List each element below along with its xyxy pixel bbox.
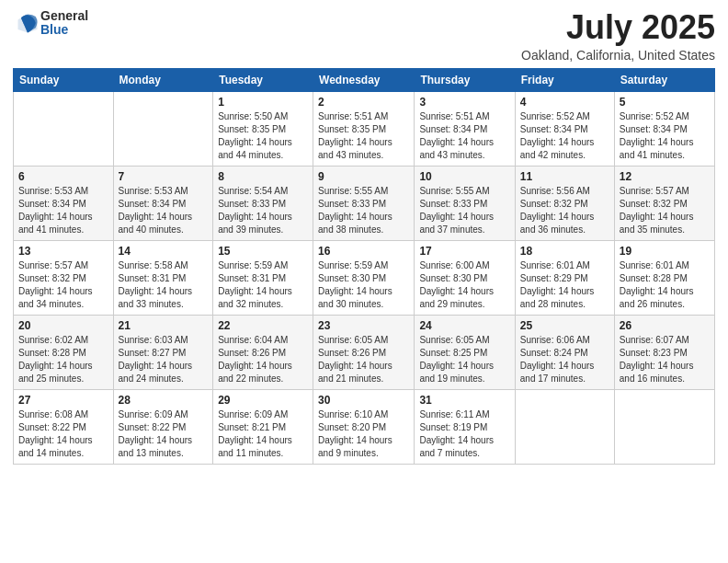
day-info: Sunrise: 6:06 AM Sunset: 8:24 PM Dayligh…: [520, 334, 609, 385]
day-number: 8: [218, 170, 308, 183]
day-number: 3: [419, 96, 509, 109]
calendar-day-cell: 25Sunrise: 6:06 AM Sunset: 8:24 PM Dayli…: [515, 315, 614, 389]
day-number: 31: [419, 394, 509, 407]
title-month: July 2025: [521, 9, 715, 46]
day-info: Sunrise: 5:59 AM Sunset: 8:31 PM Dayligh…: [218, 259, 308, 311]
day-number: 30: [318, 394, 409, 407]
calendar-day-cell: 28Sunrise: 6:09 AM Sunset: 8:22 PM Dayli…: [113, 389, 213, 464]
calendar-week-row: 27Sunrise: 6:08 AM Sunset: 8:22 PM Dayli…: [14, 389, 715, 464]
day-info: Sunrise: 6:08 AM Sunset: 8:22 PM Dayligh…: [18, 408, 108, 460]
calendar-day-cell: 6Sunrise: 5:53 AM Sunset: 8:34 PM Daylig…: [14, 166, 114, 240]
day-number: 21: [119, 319, 209, 332]
calendar-day-cell: 22Sunrise: 6:04 AM Sunset: 8:26 PM Dayli…: [213, 315, 313, 389]
day-info: Sunrise: 5:51 AM Sunset: 8:35 PM Dayligh…: [318, 110, 409, 162]
logo-blue: Blue: [40, 23, 88, 37]
calendar-day-cell: 5Sunrise: 5:52 AM Sunset: 8:34 PM Daylig…: [614, 91, 714, 166]
day-info: Sunrise: 6:07 AM Sunset: 8:23 PM Dayligh…: [620, 334, 710, 385]
weekday-header: Tuesday: [213, 68, 313, 91]
calendar-day-cell: 13Sunrise: 5:57 AM Sunset: 8:32 PM Dayli…: [14, 240, 114, 315]
calendar-day-cell: 18Sunrise: 6:01 AM Sunset: 8:29 PM Dayli…: [515, 240, 614, 315]
day-number: 22: [218, 319, 308, 332]
day-info: Sunrise: 5:54 AM Sunset: 8:33 PM Dayligh…: [218, 185, 308, 236]
day-number: 1: [218, 96, 308, 109]
day-info: Sunrise: 5:52 AM Sunset: 8:34 PM Dayligh…: [620, 110, 710, 162]
day-number: 29: [218, 394, 308, 407]
day-info: Sunrise: 6:04 AM Sunset: 8:26 PM Dayligh…: [218, 334, 308, 385]
weekday-header: Thursday: [415, 68, 515, 91]
day-info: Sunrise: 5:50 AM Sunset: 8:35 PM Dayligh…: [218, 110, 308, 162]
day-number: 14: [119, 245, 209, 258]
page: General Blue July 2025 Oakland, Californ…: [0, 0, 728, 563]
day-info: Sunrise: 5:55 AM Sunset: 8:33 PM Dayligh…: [318, 185, 409, 236]
calendar-day-cell: 4Sunrise: 5:52 AM Sunset: 8:34 PM Daylig…: [515, 91, 614, 166]
title-location: Oakland, California, United States: [521, 48, 715, 63]
day-number: 11: [520, 170, 609, 183]
day-number: 16: [318, 245, 409, 258]
calendar-day-cell: 21Sunrise: 6:03 AM Sunset: 8:27 PM Dayli…: [113, 315, 213, 389]
calendar: SundayMondayTuesdayWednesdayThursdayFrid…: [13, 68, 715, 465]
calendar-week-row: 1Sunrise: 5:50 AM Sunset: 8:35 PM Daylig…: [14, 91, 715, 166]
weekday-header: Sunday: [14, 68, 114, 91]
day-number: 23: [318, 319, 409, 332]
calendar-day-cell: 3Sunrise: 5:51 AM Sunset: 8:34 PM Daylig…: [415, 91, 515, 166]
weekday-header: Monday: [113, 68, 213, 91]
calendar-day-cell: 16Sunrise: 5:59 AM Sunset: 8:30 PM Dayli…: [313, 240, 415, 315]
calendar-day-cell: 31Sunrise: 6:11 AM Sunset: 8:19 PM Dayli…: [415, 389, 515, 464]
day-number: 4: [520, 96, 609, 109]
calendar-week-row: 13Sunrise: 5:57 AM Sunset: 8:32 PM Dayli…: [14, 240, 715, 315]
calendar-day-cell: 17Sunrise: 6:00 AM Sunset: 8:30 PM Dayli…: [415, 240, 515, 315]
day-number: 6: [18, 170, 108, 183]
day-number: 13: [18, 245, 108, 258]
day-info: Sunrise: 6:01 AM Sunset: 8:29 PM Dayligh…: [520, 259, 609, 311]
day-info: Sunrise: 5:56 AM Sunset: 8:32 PM Dayligh…: [520, 185, 609, 236]
logo-text: General Blue: [40, 9, 88, 38]
calendar-day-cell: [113, 91, 213, 166]
calendar-day-cell: 26Sunrise: 6:07 AM Sunset: 8:23 PM Dayli…: [614, 315, 714, 389]
day-info: Sunrise: 6:01 AM Sunset: 8:28 PM Dayligh…: [620, 259, 710, 311]
day-info: Sunrise: 6:09 AM Sunset: 8:21 PM Dayligh…: [218, 408, 308, 460]
logo-icon: [15, 10, 40, 36]
calendar-day-cell: [14, 91, 114, 166]
calendar-day-cell: 9Sunrise: 5:55 AM Sunset: 8:33 PM Daylig…: [313, 166, 415, 240]
day-info: Sunrise: 5:57 AM Sunset: 8:32 PM Dayligh…: [18, 259, 108, 311]
calendar-day-cell: 2Sunrise: 5:51 AM Sunset: 8:35 PM Daylig…: [313, 91, 415, 166]
calendar-day-cell: 1Sunrise: 5:50 AM Sunset: 8:35 PM Daylig…: [213, 91, 313, 166]
day-info: Sunrise: 5:53 AM Sunset: 8:34 PM Dayligh…: [18, 185, 108, 236]
day-info: Sunrise: 5:57 AM Sunset: 8:32 PM Dayligh…: [620, 185, 710, 236]
calendar-day-cell: 19Sunrise: 6:01 AM Sunset: 8:28 PM Dayli…: [614, 240, 714, 315]
calendar-day-cell: 27Sunrise: 6:08 AM Sunset: 8:22 PM Dayli…: [14, 389, 114, 464]
calendar-day-cell: 24Sunrise: 6:05 AM Sunset: 8:25 PM Dayli…: [415, 315, 515, 389]
calendar-day-cell: 11Sunrise: 5:56 AM Sunset: 8:32 PM Dayli…: [515, 166, 614, 240]
day-info: Sunrise: 6:00 AM Sunset: 8:30 PM Dayligh…: [419, 259, 509, 311]
header: General Blue July 2025 Oakland, Californ…: [13, 9, 715, 63]
calendar-day-cell: 8Sunrise: 5:54 AM Sunset: 8:33 PM Daylig…: [213, 166, 313, 240]
day-number: 12: [620, 170, 710, 183]
day-info: Sunrise: 5:58 AM Sunset: 8:31 PM Dayligh…: [119, 259, 209, 311]
day-info: Sunrise: 6:11 AM Sunset: 8:19 PM Dayligh…: [419, 408, 509, 460]
day-info: Sunrise: 6:05 AM Sunset: 8:25 PM Dayligh…: [419, 334, 509, 385]
day-info: Sunrise: 5:55 AM Sunset: 8:33 PM Dayligh…: [419, 185, 509, 236]
calendar-day-cell: 14Sunrise: 5:58 AM Sunset: 8:31 PM Dayli…: [113, 240, 213, 315]
day-number: 10: [419, 170, 509, 183]
day-number: 24: [419, 319, 509, 332]
calendar-day-cell: 29Sunrise: 6:09 AM Sunset: 8:21 PM Dayli…: [213, 389, 313, 464]
calendar-day-cell: 7Sunrise: 5:53 AM Sunset: 8:34 PM Daylig…: [113, 166, 213, 240]
weekday-header: Friday: [515, 68, 614, 91]
calendar-day-cell: [515, 389, 614, 464]
day-number: 20: [18, 319, 108, 332]
day-number: 2: [318, 96, 409, 109]
day-number: 18: [520, 245, 609, 258]
calendar-day-cell: 10Sunrise: 5:55 AM Sunset: 8:33 PM Dayli…: [415, 166, 515, 240]
day-info: Sunrise: 6:05 AM Sunset: 8:26 PM Dayligh…: [318, 334, 409, 385]
day-number: 9: [318, 170, 409, 183]
calendar-day-cell: [614, 389, 714, 464]
day-info: Sunrise: 6:03 AM Sunset: 8:27 PM Dayligh…: [119, 334, 209, 385]
day-number: 5: [620, 96, 710, 109]
day-info: Sunrise: 5:53 AM Sunset: 8:34 PM Dayligh…: [119, 185, 209, 236]
day-number: 7: [119, 170, 209, 183]
calendar-day-cell: 30Sunrise: 6:10 AM Sunset: 8:20 PM Dayli…: [313, 389, 415, 464]
day-number: 15: [218, 245, 308, 258]
weekday-header-row: SundayMondayTuesdayWednesdayThursdayFrid…: [14, 68, 715, 91]
calendar-day-cell: 15Sunrise: 5:59 AM Sunset: 8:31 PM Dayli…: [213, 240, 313, 315]
day-info: Sunrise: 6:10 AM Sunset: 8:20 PM Dayligh…: [318, 408, 409, 460]
